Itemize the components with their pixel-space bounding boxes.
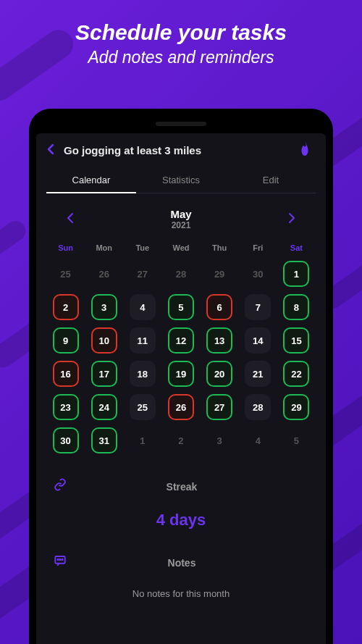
calendar-day[interactable]: 21 (245, 361, 271, 387)
calendar-day: 4 (245, 427, 271, 453)
calendar-day[interactable]: 17 (91, 361, 117, 387)
calendar-day[interactable]: 9 (53, 327, 79, 354)
calendar-day[interactable]: 5 (168, 294, 194, 320)
calendar-day[interactable]: 2 (53, 294, 79, 320)
calendar-day[interactable]: 31 (91, 427, 117, 453)
month-name: May (170, 208, 191, 220)
year: 2021 (170, 220, 191, 230)
calendar-day[interactable]: 26 (168, 394, 194, 420)
month-navigation: May 2021 (46, 208, 316, 230)
phone-speaker (156, 122, 206, 126)
calendar-day[interactable]: 14 (245, 327, 271, 354)
calendar-day[interactable]: 10 (91, 327, 117, 354)
tab-statistics[interactable]: Statistics (136, 169, 226, 193)
calendar-day[interactable]: 24 (91, 394, 117, 420)
calendar-day[interactable]: 18 (130, 361, 156, 387)
calendar-day: 25 (53, 261, 79, 287)
back-button[interactable] (46, 142, 55, 159)
header: Go jogging at least 3 miles (46, 142, 316, 159)
calendar-day[interactable]: 12 (168, 327, 194, 354)
weekday-mon: Mon (86, 243, 122, 252)
streak-label: Streak (55, 481, 308, 493)
calendar-day[interactable]: 13 (206, 327, 232, 354)
weekday-sat: Sat (279, 243, 314, 252)
calendar-day[interactable]: 6 (206, 294, 232, 320)
weekday-fri: Fri (240, 243, 276, 252)
calendar-day[interactable]: 3 (91, 294, 117, 320)
calendar-day[interactable]: 15 (283, 327, 309, 354)
weekday-wed: Wed (163, 243, 198, 252)
calendar-day[interactable]: 28 (245, 394, 271, 420)
calendar-day: 29 (206, 261, 232, 287)
chevron-right-icon (288, 213, 295, 223)
calendar-day[interactable]: 25 (130, 394, 156, 420)
task-title: Go jogging at least 3 miles (64, 144, 201, 156)
calendar-day[interactable]: 16 (53, 361, 79, 387)
calendar-day[interactable]: 23 (53, 394, 79, 420)
streak-value: 4 days (46, 511, 316, 530)
calendar-day[interactable]: 22 (283, 361, 309, 387)
prev-month-button[interactable] (61, 209, 80, 230)
notes-section: Notes (46, 551, 316, 574)
tabs: Calendar Statistics Edit (46, 169, 316, 193)
calendar-day: 26 (91, 261, 117, 287)
calendar-day: 5 (283, 427, 309, 453)
calendar-day[interactable]: 4 (130, 294, 156, 320)
calendar-day: 1 (130, 427, 156, 453)
notes-label: Notes (55, 557, 308, 569)
tab-edit[interactable]: Edit (226, 169, 316, 193)
chevron-left-icon (67, 213, 74, 223)
calendar-day[interactable]: 30 (53, 427, 79, 453)
calendar-day[interactable]: 8 (283, 294, 309, 320)
calendar-day: 27 (130, 261, 156, 287)
tab-calendar[interactable]: Calendar (46, 169, 136, 193)
calendar-day[interactable]: 20 (206, 361, 232, 387)
calendar-day[interactable]: 19 (168, 361, 194, 387)
calendar-day[interactable]: 7 (245, 294, 271, 320)
chevron-left-icon (46, 143, 55, 155)
calendar-day: 28 (168, 261, 194, 287)
weekday-sun: Sun (48, 243, 83, 252)
streak-section: Streak (46, 475, 316, 498)
calendar-day: 3 (206, 427, 232, 453)
fire-icon (298, 141, 311, 156)
month-label: May 2021 (170, 208, 191, 230)
calendar-grid: 2526272829301234567891011121314151617181… (46, 261, 316, 453)
app-screen: Go jogging at least 3 miles Calendar Sta… (36, 133, 326, 644)
calendar-day[interactable]: 29 (283, 394, 309, 420)
next-month-button[interactable] (282, 209, 301, 230)
calendar-day: 2 (168, 427, 194, 453)
streak-fire-button[interactable] (298, 141, 311, 159)
calendar-day[interactable]: 11 (130, 327, 156, 354)
notes-empty-text: No notes for this month (46, 588, 316, 599)
weekday-row: Sun Mon Tue Wed Thu Fri Sat (46, 243, 316, 252)
weekday-tue: Tue (125, 243, 160, 252)
phone-frame: Go jogging at least 3 miles Calendar Sta… (29, 109, 333, 644)
calendar-day: 30 (245, 261, 271, 287)
weekday-thu: Thu (202, 243, 237, 252)
calendar-day[interactable]: 1 (283, 261, 309, 287)
calendar-day[interactable]: 27 (206, 394, 232, 420)
